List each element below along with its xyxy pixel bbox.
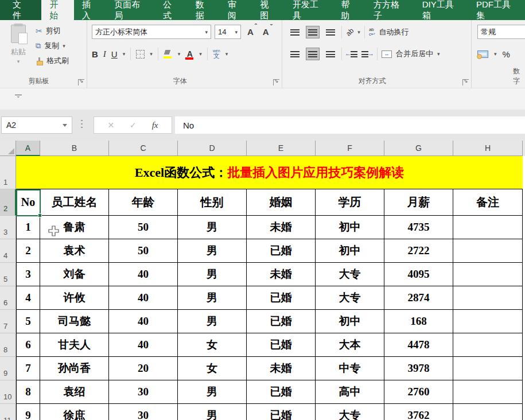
cell[interactable]: 月薪 — [384, 189, 453, 216]
font-size-combo[interactable]: 14 ▾ — [215, 25, 241, 39]
cut-button[interactable]: ✂ 剪切 — [36, 26, 69, 36]
cell[interactable]: 4735 — [384, 216, 453, 239]
fill-color-icon[interactable] — [164, 50, 173, 59]
italic-button[interactable]: I — [103, 49, 106, 59]
column-header-e[interactable]: E — [247, 141, 316, 156]
cell[interactable]: 2760 — [384, 380, 453, 404]
font-name-combo[interactable]: 方正小标宋简体 ▾ — [92, 25, 211, 39]
customize-toolbar-icon[interactable] — [15, 95, 22, 95]
align-right-button[interactable] — [324, 48, 337, 60]
cell[interactable]: 50 — [109, 216, 178, 239]
cell[interactable]: 3978 — [384, 357, 453, 380]
cell-selected-a2[interactable]: No — [16, 189, 40, 216]
row-number[interactable]: 3 — [0, 216, 16, 239]
chevron-down-icon[interactable] — [63, 124, 67, 127]
chevron-down-icon[interactable]: ▾ — [225, 51, 228, 57]
cell[interactable]: 168 — [384, 310, 453, 333]
tab-fangfanggezi[interactable]: 方方格子 — [365, 0, 414, 20]
cell[interactable]: 初中 — [316, 216, 384, 239]
cell[interactable]: 未婚 — [247, 357, 316, 380]
cell[interactable]: 袁术 — [40, 239, 109, 263]
cell[interactable] — [453, 404, 523, 420]
cell[interactable]: 4478 — [384, 333, 453, 357]
cell[interactable]: 备注 — [453, 189, 523, 216]
merge-center-button[interactable]: 合并后居中 — [396, 49, 433, 59]
insert-function-icon[interactable]: fx — [152, 120, 158, 130]
cell[interactable]: 40 — [109, 310, 178, 333]
cell[interactable]: 8 — [16, 380, 40, 404]
formula-bar-resize-handle[interactable] — [81, 120, 83, 130]
row-number[interactable]: 10 — [0, 380, 16, 404]
cell[interactable]: 50 — [109, 239, 178, 263]
cell[interactable]: 9 — [16, 404, 40, 420]
cell[interactable] — [453, 333, 523, 357]
tab-developer[interactable]: 开发工具 — [285, 0, 333, 20]
cell[interactable]: 4 — [16, 286, 40, 310]
chevron-down-icon[interactable]: ▾ — [123, 51, 126, 57]
cell[interactable]: 未婚 — [247, 216, 316, 239]
borders-icon[interactable] — [136, 50, 145, 59]
tab-data[interactable]: 数据 — [187, 0, 219, 20]
enter-icon[interactable]: ✓ — [130, 120, 137, 130]
number-format-combo[interactable]: 常规 ▾ — [477, 25, 525, 39]
tab-formulas[interactable]: 公式 — [155, 0, 187, 20]
column-header-g[interactable]: G — [384, 141, 453, 156]
decrease-indent-button[interactable]: ← — [346, 51, 357, 57]
cell[interactable] — [453, 286, 523, 310]
cell[interactable]: 4095 — [384, 263, 453, 286]
chevron-down-icon[interactable]: ▾ — [150, 51, 153, 57]
copy-button[interactable]: ⧉ 复制 ▾ — [36, 41, 69, 51]
cell[interactable]: 大专 — [316, 263, 384, 286]
row-number[interactable]: 2 — [0, 189, 16, 216]
cell[interactable]: 甘夫人 — [40, 333, 109, 357]
title-banner-cell[interactable]: Excel函数公式：批量插入图片应用技巧案例解读 — [16, 156, 523, 189]
cell[interactable]: 性别 — [178, 189, 247, 216]
orientation-icon[interactable]: ab — [344, 26, 355, 37]
row-number[interactable]: 11 — [0, 404, 16, 420]
cell[interactable]: 30 — [109, 380, 178, 404]
font-color-icon[interactable]: A — [185, 51, 194, 57]
cell[interactable]: 3762 — [384, 404, 453, 420]
tab-view[interactable]: 视图 — [252, 0, 284, 20]
cell[interactable]: 男 — [178, 239, 247, 263]
cell[interactable]: 40 — [109, 263, 178, 286]
cell[interactable]: 婚姻 — [247, 189, 316, 216]
cell[interactable]: 鲁肃 — [40, 216, 109, 239]
tab-pdf-toolset[interactable]: PDF工具集 — [468, 0, 525, 20]
cell[interactable]: 女 — [178, 357, 247, 380]
cell[interactable]: 袁绍 — [40, 380, 109, 404]
format-painter-button[interactable]: 格式刷 — [36, 56, 69, 66]
phonetic-guide-icon[interactable]: wén 文 — [213, 49, 220, 59]
cell[interactable]: 已婚 — [247, 404, 316, 420]
formula-input[interactable]: No — [175, 116, 525, 134]
cell[interactable]: 2874 — [384, 286, 453, 310]
accounting-format-icon[interactable] — [477, 50, 488, 58]
increase-font-size-button[interactable]: A — [244, 27, 256, 37]
cell[interactable]: 中专 — [316, 357, 384, 380]
cell[interactable]: 6 — [16, 333, 40, 357]
chevron-down-icon[interactable]: ▾ — [437, 51, 440, 57]
underline-button[interactable]: U — [111, 49, 118, 59]
align-bottom-button[interactable] — [324, 26, 337, 38]
column-header-b[interactable]: B — [40, 141, 109, 156]
chevron-down-icon[interactable]: ▾ — [357, 29, 360, 35]
row-number[interactable]: 4 — [0, 239, 16, 263]
cell[interactable]: 已婚 — [247, 333, 316, 357]
column-header-c[interactable]: C — [109, 141, 178, 156]
row-number[interactable]: 5 — [0, 263, 16, 286]
cell[interactable]: 大专 — [316, 404, 384, 420]
cell[interactable]: 2 — [16, 239, 40, 263]
cell[interactable]: 男 — [178, 216, 247, 239]
cell[interactable]: 男 — [178, 286, 247, 310]
cell[interactable]: 司马懿 — [40, 310, 109, 333]
row-number[interactable]: 1 — [0, 156, 16, 189]
cell[interactable]: 许攸 — [40, 286, 109, 310]
cell[interactable] — [453, 357, 523, 380]
align-middle-button[interactable] — [306, 26, 320, 38]
cell[interactable]: 男 — [178, 380, 247, 404]
select-all-button[interactable] — [0, 141, 16, 156]
row-number[interactable]: 9 — [0, 357, 16, 380]
chevron-down-icon[interactable]: ▾ — [199, 51, 202, 57]
cell[interactable]: 初中 — [316, 310, 384, 333]
dialog-launcher-icon[interactable] — [273, 79, 279, 85]
